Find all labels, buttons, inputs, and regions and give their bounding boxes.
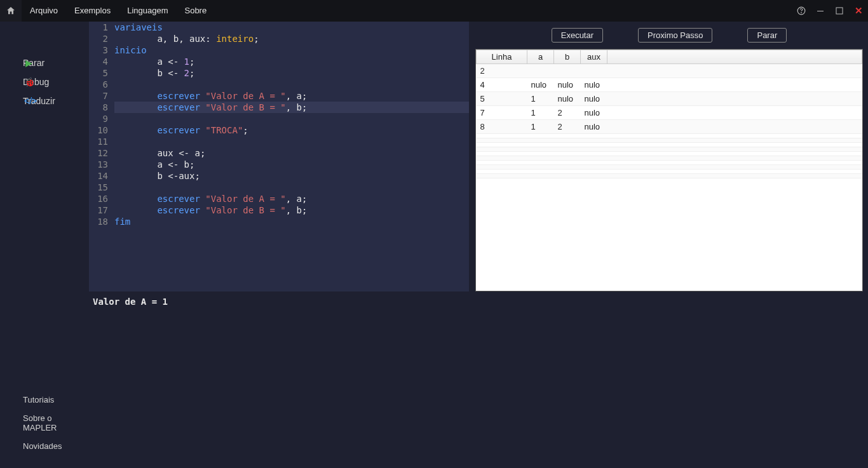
code-line[interactable]	[114, 79, 469, 90]
line-gutter: 123456789101112131415161718	[89, 22, 112, 227]
svg-rect-3	[836, 8, 843, 14]
table-row	[477, 174, 862, 178]
executar-button[interactable]: Executar	[552, 28, 603, 43]
parar-button[interactable]: Parar	[747, 28, 787, 43]
code-line[interactable]: b <-aux;	[114, 170, 469, 182]
table-cell	[554, 174, 581, 178]
sidebar-sobre[interactable]: Sobre o MAPLER	[0, 409, 89, 437]
code-line[interactable]: fim	[114, 216, 469, 227]
code-line[interactable]: escrever "Valor de A = ", a;	[114, 193, 469, 204]
close-icon: ✕	[855, 5, 863, 17]
debug-panel: Executar Proximo Passo Parar Linhaabaux …	[475, 22, 863, 291]
code-line[interactable]: a <- 1;	[114, 56, 469, 67]
titlebar: Arquivo Exemplos Linguagem Sobre ✕	[0, 0, 868, 22]
sidebar-item-traduzir[interactable]: </> Traduzir	[0, 91, 89, 110]
sidebar-tutoriais[interactable]: Tutoriais	[0, 391, 89, 409]
table-cell: nulo	[581, 92, 607, 106]
svg-point-1	[801, 13, 802, 13]
table-cell: nulo	[581, 78, 607, 92]
table-cell	[477, 138, 527, 143]
menu-sobre[interactable]: Sobre	[176, 0, 215, 22]
table-header[interactable]: a	[527, 50, 554, 64]
help-icon	[797, 6, 806, 15]
table-cell	[527, 165, 554, 170]
table-cell: 4	[477, 78, 527, 92]
sidebar-item-parar[interactable]: ▶ Parar	[0, 53, 89, 72]
debug-toolbar: Executar Proximo Passo Parar	[475, 22, 863, 49]
menu-linguagem[interactable]: Linguagem	[119, 0, 176, 22]
svg-rect-2	[817, 11, 824, 11]
minimize-button[interactable]	[811, 0, 830, 22]
table-cell: 2	[554, 120, 581, 134]
table-cell: 5	[477, 92, 527, 106]
table-row: 4nulonulonulo	[477, 78, 862, 92]
window-controls: ✕	[792, 0, 868, 22]
table-cell: nulo	[554, 78, 581, 92]
table-row: 812nulo	[477, 120, 862, 134]
code-line[interactable]	[114, 136, 469, 147]
table-row	[477, 165, 862, 170]
table-row	[477, 147, 862, 152]
table-cell	[527, 161, 554, 165]
table-cell	[607, 138, 862, 143]
table-cell	[477, 134, 527, 138]
table-cell	[554, 143, 581, 147]
table-cell	[527, 156, 554, 161]
close-button[interactable]: ✕	[849, 0, 868, 22]
table-cell	[607, 92, 862, 106]
table-cell	[477, 174, 527, 178]
table-cell	[581, 143, 607, 147]
code-line[interactable]	[114, 182, 469, 193]
table-cell	[607, 78, 862, 92]
table-cell	[581, 138, 607, 143]
table-cell: nulo	[581, 106, 607, 120]
table-cell	[581, 165, 607, 170]
table-cell	[554, 161, 581, 165]
maximize-button[interactable]	[830, 0, 849, 22]
sidebar-bottom: Tutoriais Sobre o MAPLER Novidades	[0, 391, 89, 468]
table-cell	[607, 106, 862, 120]
table-header[interactable]: Linha	[477, 50, 527, 64]
code-line[interactable]: escrever "TROCA";	[114, 124, 469, 136]
table-cell: 7	[477, 106, 527, 120]
code-line[interactable]: escrever "Valor de B = ", b;	[114, 204, 469, 216]
table-cell	[527, 143, 554, 147]
home-button[interactable]	[0, 0, 22, 22]
output-console: Valor de A = 1	[89, 291, 868, 468]
table-cell	[554, 147, 581, 152]
proximo-passo-button[interactable]: Proximo Passo	[638, 28, 712, 43]
table-cell	[554, 165, 581, 170]
code-line[interactable]: a <- b;	[114, 159, 469, 170]
table-cell	[477, 156, 527, 161]
table-cell	[581, 152, 607, 156]
code-line[interactable]: escrever "Valor de A = ", a;	[114, 90, 469, 102]
table-cell	[607, 120, 862, 134]
table-header[interactable]: b	[554, 50, 581, 64]
table-cell	[477, 143, 527, 147]
menu-exemplos[interactable]: Exemplos	[66, 0, 119, 22]
maximize-icon	[836, 7, 843, 15]
code-line[interactable]: inicio	[114, 44, 469, 56]
code-line[interactable]: variaveis	[114, 22, 469, 33]
menu-arquivo[interactable]: Arquivo	[22, 0, 66, 22]
table-cell: 1	[527, 106, 554, 120]
table-row	[477, 170, 862, 174]
sidebar-novidades[interactable]: Novidades	[0, 437, 89, 455]
code-line[interactable]: a, b, aux: inteiro;	[114, 33, 469, 44]
code-line[interactable]	[114, 113, 469, 124]
help-button[interactable]	[792, 0, 811, 22]
table-header[interactable]: aux	[581, 50, 607, 64]
table-cell	[607, 147, 862, 152]
minimize-icon	[817, 7, 824, 15]
table-cell	[554, 64, 581, 78]
table-cell	[527, 64, 554, 78]
sidebar-item-debug[interactable]: 🐞 Debug	[0, 72, 89, 91]
code-line[interactable]: escrever "Valor de B = ", b;	[114, 102, 469, 113]
sidebar: ▶ Parar 🐞 Debug </> Traduzir Tutoriais S…	[0, 22, 89, 468]
table-cell	[607, 64, 862, 78]
code-area[interactable]: variaveis a, b, aux: inteiro;inicio a <-…	[114, 22, 469, 227]
code-editor[interactable]: 123456789101112131415161718 variaveis a,…	[89, 22, 469, 291]
code-line[interactable]: aux <- a;	[114, 147, 469, 159]
code-line[interactable]: b <- 2;	[114, 67, 469, 79]
table-cell	[477, 170, 527, 174]
